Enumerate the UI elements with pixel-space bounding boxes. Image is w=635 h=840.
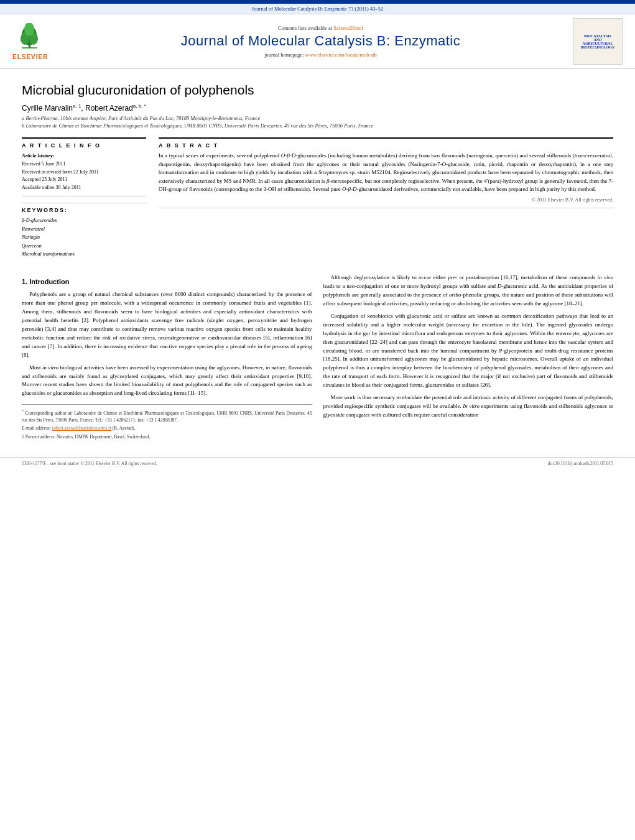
elsevier-tree-container: [12, 23, 47, 51]
body-col2-para1: Although deglycosylation is likely to oc…: [323, 274, 614, 308]
footnote-email: E-mail address: robert.azerad@parisdesca…: [22, 425, 312, 432]
keywords-heading: Keywords:: [22, 207, 146, 213]
article-info-heading: A R T I C L E I N F O: [22, 142, 146, 149]
journal-header-top-line: Contents lists available at ScienceDirec…: [68, 25, 573, 31]
section1-title: 1. Introduction: [22, 277, 312, 287]
author1-name: Cyrille Marvalin: [22, 104, 73, 113]
elsevier-tree-icon: [12, 23, 47, 51]
journal-title-banner: Journal of Molecular Catalysis B: Enzyma…: [68, 33, 573, 49]
keyword-2: Resveratrol: [22, 225, 146, 234]
accepted-date: Accepted 25 July 2011: [22, 176, 146, 184]
body-col2-para3: More work is thus necessary to elucidate…: [323, 394, 614, 420]
journal-header-center: Contents lists available at ScienceDirec…: [68, 25, 573, 57]
elsevier-logo: ELSEVIER: [12, 23, 68, 60]
article-history: Article history: Received 5 June 2011 Re…: [22, 152, 146, 192]
history-label: Article history:: [22, 152, 146, 160]
body-col1-para1: Polyphenols are a group of natural chemi…: [22, 290, 312, 360]
abstract-text: In a typical series of experiments, seve…: [159, 152, 613, 194]
elsevier-brand: ELSEVIER: [12, 53, 48, 60]
available-date: Available online 30 July 2011: [22, 184, 146, 192]
article-info-box: A R T I C L E I N F O Article history: R…: [22, 137, 146, 196]
bottom-bar: 1381-1177/$ – see front matter © 2011 El…: [0, 457, 635, 469]
abstract-col: A B S T R A C T In a typical series of e…: [159, 137, 613, 269]
footnote-star: * Corresponding author at: Laboratoire d…: [22, 408, 312, 423]
abstract-heading: A B S T R A C T: [159, 142, 613, 149]
page-wrapper: Journal of Molecular Catalysis B: Enzyma…: [0, 0, 635, 469]
body-col2-para2: Conjugation of xenobiotics with glucuron…: [323, 312, 614, 390]
body-col-left: 1. Introduction Polyphenols are a group …: [22, 274, 312, 441]
keyword-3: Naringin: [22, 233, 146, 242]
article-info-col: A R T I C L E I N F O Article history: R…: [22, 137, 146, 269]
abstract-box: A B S T R A C T In a typical series of e…: [159, 137, 613, 208]
abstract-copyright: © 2011 Elsevier B.V. All rights reserved…: [159, 197, 613, 203]
body-col-right: Although deglycosylation is likely to oc…: [323, 274, 614, 441]
keywords-box: Keywords: β-D-glucuronides Resveratrol N…: [22, 203, 146, 262]
keyword-5: Microbial transformations: [22, 250, 146, 259]
received-date: Received 5 June 2011: [22, 160, 146, 168]
article-title: Microbial glucuronidation of polyphenols: [22, 81, 613, 98]
keyword-1: β-D-glucuronides: [22, 216, 146, 225]
keyword-4: Quercetin: [22, 242, 146, 251]
footnotes-section: * Corresponding author at: Laboratoire d…: [22, 404, 312, 440]
affiliation-b: b Laboratoire de Chimie et Biochimie Pha…: [22, 122, 613, 129]
journal-homepage-line: journal homepage: www.elsevier.com/locat…: [68, 52, 573, 58]
citation-text: Journal of Molecular Catalysis B: Enzyma…: [252, 6, 384, 12]
citation-bar: Journal of Molecular Catalysis B: Enzyma…: [0, 4, 635, 14]
footnote-email-address[interactable]: robert.azerad@parisdescartes.fr: [52, 425, 111, 431]
authors-line: Cyrille Marvalina, 1, Robert Azerada, b,…: [22, 103, 613, 113]
article-content: Microbial glucuronidation of polyphenols…: [0, 69, 635, 454]
author2-super: a, b, *: [133, 103, 146, 109]
footnote-1: 1 Present address: Novartis, DMPK Depart…: [22, 433, 312, 440]
doi-text: doi:10.1016/j.molcatb.2011.07.015: [548, 461, 613, 466]
author1-super: a, 1: [73, 103, 81, 109]
journal-header: ELSEVIER Contents lists available at Sci…: [0, 14, 635, 69]
biocatalysis-logo: BIOCATALYSISANDAGRICULTURALBIOTECHNOLOGY: [573, 18, 623, 65]
affiliations: a Bertin-Pharma, 10bis avenue Ampère, Pa…: [22, 115, 613, 129]
svg-point-5: [24, 23, 34, 36]
body-col1-para2: Most in vitro biological activities have…: [22, 364, 312, 399]
affiliation-a: a Bertin-Pharma, 10bis avenue Ampère, Pa…: [22, 115, 613, 121]
issn-text: 1381-1177/$ – see front matter © 2011 El…: [22, 461, 157, 466]
journal-homepage-link[interactable]: www.elsevier.com/locate/molcatb: [305, 52, 377, 58]
body-text-layout: 1. Introduction Polyphenols are a group …: [22, 274, 613, 441]
received-revised-date: Received in revised form 22 July 2011: [22, 168, 146, 177]
info-abstract-layout: A R T I C L E I N F O Article history: R…: [22, 137, 613, 269]
keyword-list: β-D-glucuronides Resveratrol Naringin Qu…: [22, 216, 146, 259]
sciencedirect-link[interactable]: ScienceDirect: [333, 25, 363, 31]
author2-name: Robert Azerad: [85, 104, 133, 113]
